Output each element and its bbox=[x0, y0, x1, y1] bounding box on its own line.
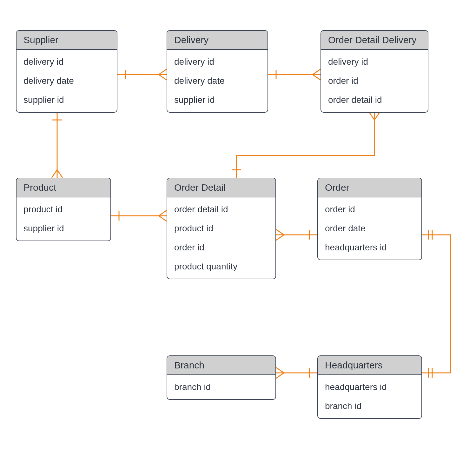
svg-line-10 bbox=[52, 170, 57, 178]
entity-title: Product bbox=[17, 178, 110, 197]
entity-title: Supplier bbox=[17, 31, 117, 50]
rel-product-orderdetail bbox=[111, 210, 167, 221]
entity-attrs: delivery id order id order detail id bbox=[321, 50, 428, 112]
entity-title: Headquarters bbox=[318, 356, 421, 375]
svg-line-17 bbox=[369, 112, 374, 120]
entity-attr: order id bbox=[318, 200, 421, 219]
entity-attr: branch id bbox=[167, 378, 275, 397]
entity-attr: delivery id bbox=[167, 52, 268, 71]
er-diagram-canvas: Supplier delivery id delivery date suppl… bbox=[0, 0, 476, 476]
entity-title: Order Detail Delivery bbox=[321, 31, 428, 50]
entity-title: Order Detail bbox=[167, 178, 275, 197]
entity-attr: supplier id bbox=[167, 90, 268, 109]
entity-attrs: delivery id delivery date supplier id bbox=[167, 50, 268, 112]
entity-supplier[interactable]: Supplier delivery id delivery date suppl… bbox=[16, 30, 117, 113]
svg-line-15 bbox=[159, 216, 167, 221]
svg-line-14 bbox=[159, 210, 167, 216]
entity-attr: delivery date bbox=[17, 71, 117, 90]
rel-orderdetail-order bbox=[276, 229, 317, 240]
svg-line-21 bbox=[276, 235, 284, 240]
svg-line-11 bbox=[57, 170, 63, 178]
entity-attr: order id bbox=[321, 71, 428, 90]
entity-attr: order date bbox=[318, 219, 421, 238]
entity-attrs: order detail id product id order id prod… bbox=[167, 197, 275, 279]
entity-attr: supplier id bbox=[17, 90, 117, 109]
rel-orderdetail-odd bbox=[232, 112, 380, 178]
entity-attr: delivery date bbox=[167, 71, 268, 90]
svg-line-18 bbox=[374, 112, 380, 120]
entity-branch[interactable]: Branch branch id bbox=[167, 355, 276, 400]
entity-attr: product id bbox=[17, 200, 110, 219]
entity-attr: branch id bbox=[318, 397, 421, 416]
entity-attrs: product id supplier id bbox=[17, 197, 110, 241]
entity-order-detail[interactable]: Order Detail order detail id product id … bbox=[167, 178, 276, 279]
rel-branch-hq bbox=[276, 367, 317, 378]
entity-attr: supplier id bbox=[17, 219, 110, 238]
entity-attr: order detail id bbox=[321, 90, 428, 109]
entity-attr: headquarters id bbox=[318, 238, 421, 257]
svg-line-29 bbox=[276, 373, 284, 378]
entity-attr: delivery id bbox=[17, 52, 117, 71]
entity-product[interactable]: Product product id supplier id bbox=[16, 178, 111, 241]
entity-attr: order detail id bbox=[167, 200, 275, 219]
entity-attr: product quantity bbox=[167, 257, 275, 276]
svg-line-2 bbox=[159, 69, 167, 75]
entity-attr: delivery id bbox=[321, 52, 428, 71]
entity-order[interactable]: Order order id order date headquarters i… bbox=[317, 178, 422, 260]
entity-attr: order id bbox=[167, 238, 275, 257]
svg-line-28 bbox=[276, 367, 284, 373]
entity-title: Delivery bbox=[167, 31, 268, 50]
rel-supplier-delivery bbox=[117, 69, 167, 80]
svg-line-6 bbox=[313, 69, 321, 75]
entity-order-detail-delivery[interactable]: Order Detail Delivery delivery id order … bbox=[321, 30, 428, 113]
rel-supplier-product bbox=[52, 112, 63, 178]
entity-attrs: headquarters id branch id bbox=[318, 375, 421, 418]
entity-title: Branch bbox=[167, 356, 275, 375]
svg-line-7 bbox=[313, 75, 321, 80]
entity-attrs: branch id bbox=[167, 375, 275, 399]
entity-delivery[interactable]: Delivery delivery id delivery date suppl… bbox=[167, 30, 268, 113]
entity-attr: headquarters id bbox=[318, 378, 421, 397]
entity-attrs: delivery id delivery date supplier id bbox=[17, 50, 117, 112]
svg-line-20 bbox=[276, 229, 284, 235]
rel-delivery-odd bbox=[268, 69, 321, 80]
rel-order-hq bbox=[422, 230, 451, 378]
entity-attrs: order id order date headquarters id bbox=[318, 197, 421, 260]
entity-headquarters[interactable]: Headquarters headquarters id branch id bbox=[317, 355, 422, 419]
entity-attr: product id bbox=[167, 219, 275, 238]
entity-title: Order bbox=[318, 178, 421, 197]
svg-line-3 bbox=[159, 75, 167, 80]
